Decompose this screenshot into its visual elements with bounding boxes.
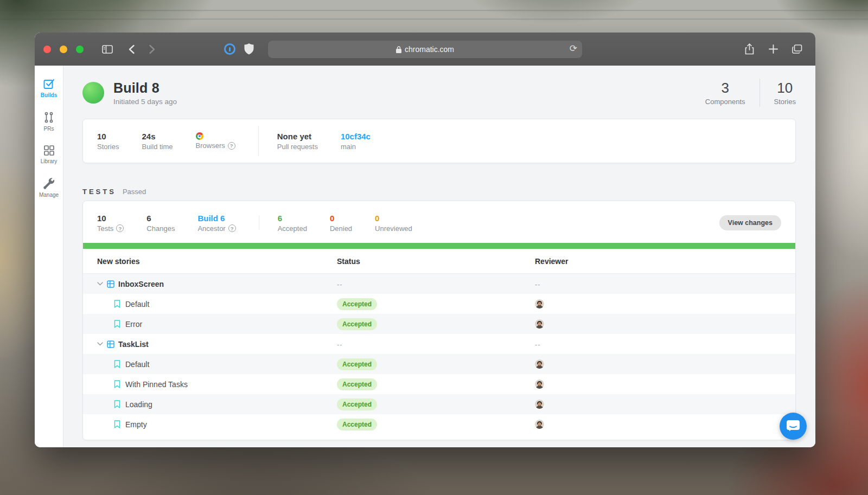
- denied-stat: 0 Denied: [330, 214, 352, 233]
- back-button[interactable]: [123, 41, 140, 58]
- stories-table: InboxScreen -- -- Default Accepted: [83, 274, 795, 434]
- story-name: Empty: [125, 420, 147, 429]
- status-badge: Accepted: [337, 398, 377, 410]
- bookmark-icon: [114, 400, 120, 408]
- bookmark-icon: [114, 380, 120, 388]
- sidebar-item-prs[interactable]: PRs: [35, 112, 63, 132]
- table-row-story[interactable]: Loading Accepted: [83, 394, 795, 414]
- stories-stat-value: 10: [97, 132, 119, 141]
- status-badge: Accepted: [337, 318, 377, 330]
- stories-stat-label: Stories: [97, 143, 119, 151]
- tab-overview-icon[interactable]: [788, 41, 806, 58]
- story-name: With Pinned Tasks: [125, 380, 188, 389]
- forward-button[interactable]: [143, 41, 161, 58]
- status-badge: Accepted: [337, 419, 377, 430]
- denied-value: 0: [330, 214, 352, 223]
- denied-label: Denied: [330, 224, 352, 233]
- table-row-story[interactable]: With Pinned Tasks Accepted: [83, 374, 795, 394]
- component-icon: [107, 280, 114, 288]
- sidebar-item-label: Manage: [39, 192, 59, 198]
- bookmark-icon: [114, 300, 120, 308]
- table-row-component[interactable]: InboxScreen -- --: [83, 274, 795, 294]
- changes-value: 6: [146, 214, 175, 223]
- tests-stats-divider: [259, 216, 259, 230]
- library-grid-icon: [44, 145, 54, 156]
- browsers-stat: Browsers?: [196, 132, 235, 150]
- component-name: InboxScreen: [118, 280, 164, 288]
- privacy-shield-icon[interactable]: [244, 43, 254, 55]
- reviewer-avatar[interactable]: [535, 359, 544, 369]
- column-reviewer: Reviewer: [535, 257, 795, 266]
- story-name: Default: [125, 300, 149, 308]
- ancestor-help-icon[interactable]: ?: [228, 224, 236, 232]
- main-content: Build 8 Initiated 5 days ago 3 Component…: [63, 66, 815, 447]
- tests-section-status: Passed: [123, 188, 146, 196]
- component-icon: [107, 340, 114, 348]
- reviewer-avatar[interactable]: [535, 400, 544, 409]
- bookmark-icon: [114, 420, 120, 428]
- sidebar-item-manage[interactable]: Manage: [35, 178, 63, 198]
- table-row-story[interactable]: Error Accepted: [83, 314, 795, 334]
- reload-icon[interactable]: ⟳: [570, 43, 577, 54]
- browser-window: chromatic.com ⟳: [35, 33, 815, 447]
- table-row-component[interactable]: TaskList -- --: [83, 334, 795, 354]
- reviewer-avatar[interactable]: [535, 420, 544, 429]
- branch-label: main: [341, 143, 371, 151]
- sidebar-item-library[interactable]: Library: [35, 145, 63, 164]
- accepted-stat: 6 Accepted: [278, 214, 307, 233]
- chat-launcher-button[interactable]: [780, 413, 807, 440]
- tests-section-header: TESTS Passed: [82, 188, 796, 196]
- chevron-down-icon[interactable]: [97, 342, 103, 346]
- share-icon[interactable]: [741, 41, 758, 58]
- app-sidebar: Builds PRs Library Manage: [35, 66, 63, 447]
- sidebar-item-builds[interactable]: Builds: [35, 79, 63, 98]
- bookmark-icon: [114, 320, 120, 328]
- view-changes-button[interactable]: View changes: [719, 215, 781, 230]
- table-header: New stories Status Reviewer: [83, 249, 795, 274]
- browsers-label: Browsers: [196, 142, 225, 150]
- tests-help-icon[interactable]: ?: [116, 224, 124, 232]
- tests-card: 10 Tests? 6 Changes Build 6 Ancestor? 6: [82, 201, 796, 440]
- status-placeholder: --: [337, 280, 343, 288]
- table-row-story[interactable]: Default Accepted: [83, 354, 795, 374]
- table-row-story[interactable]: Default Accepted: [83, 294, 795, 314]
- new-tab-icon[interactable]: [764, 41, 782, 58]
- build-time-value: 24s: [142, 132, 173, 141]
- components-count: 3: [705, 80, 745, 97]
- unreviewed-stat: 0 Unreviewed: [375, 214, 412, 233]
- minimize-window-button[interactable]: [60, 46, 67, 53]
- ancestor-stat: Build 6 Ancestor?: [197, 214, 235, 233]
- chat-bubble-icon: [786, 420, 800, 433]
- accepted-value: 6: [278, 214, 307, 223]
- story-name: Default: [125, 360, 149, 369]
- reviewer-avatar[interactable]: [535, 380, 544, 389]
- table-row-story[interactable]: Empty Accepted: [83, 414, 795, 434]
- 1password-extension-icon[interactable]: [224, 43, 235, 55]
- chrome-browser-icon: [196, 132, 203, 140]
- browser-toolbar: chromatic.com ⟳: [35, 33, 815, 66]
- address-bar[interactable]: chromatic.com ⟳: [268, 41, 582, 58]
- chevron-down-icon[interactable]: [97, 282, 103, 286]
- page-title: Build 8: [113, 80, 177, 96]
- build-time-stat: 24s Build time: [142, 132, 173, 151]
- window-controls: [43, 46, 84, 53]
- ancestor-link[interactable]: Build 6: [197, 214, 235, 223]
- builds-check-icon: [43, 79, 55, 89]
- browsers-help-icon[interactable]: ?: [228, 142, 235, 150]
- build-header: Build 8 Initiated 5 days ago 3 Component…: [82, 79, 796, 107]
- components-counter: 3 Components: [691, 80, 760, 106]
- sidebar-toggle-icon[interactable]: [99, 41, 116, 58]
- zoom-window-button[interactable]: [76, 46, 84, 53]
- reviewer-avatar[interactable]: [535, 319, 544, 329]
- ancestor-label: Ancestor: [197, 224, 225, 233]
- commit-link[interactable]: 10cf34c: [341, 132, 371, 141]
- close-window-button[interactable]: [43, 46, 51, 53]
- story-name: Error: [125, 320, 142, 329]
- stories-label: Stories: [774, 98, 796, 106]
- reviewer-placeholder: --: [535, 280, 541, 288]
- pull-requests-label: Pull requests: [277, 143, 318, 151]
- reviewer-avatar[interactable]: [535, 299, 544, 308]
- build-status-dot: [82, 82, 104, 104]
- build-progress-bar: [83, 243, 795, 249]
- column-status: Status: [337, 257, 535, 266]
